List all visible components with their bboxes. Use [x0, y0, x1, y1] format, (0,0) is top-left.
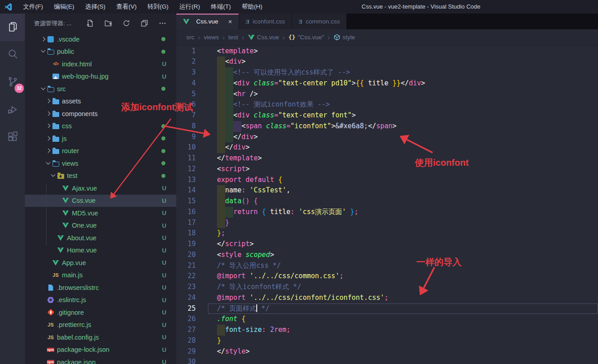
code-line-13[interactable]: 13export default { [176, 175, 598, 186]
tree-item-main.js[interactable]: JSmain.jsU [25, 269, 176, 282]
line-number[interactable]: 19 [176, 239, 208, 250]
activity-search[interactable] [0, 41, 25, 69]
line-number[interactable]: 1 [176, 46, 208, 57]
code-line-20[interactable]: 20<style scoped> [176, 250, 598, 261]
line-number[interactable]: 25 [176, 303, 208, 314]
tree-item-src[interactable]: src [25, 83, 176, 95]
refresh-button[interactable] [122, 19, 130, 27]
line-number[interactable]: 11 [176, 153, 208, 164]
tree-item-js[interactable]: js [25, 132, 176, 145]
line-number[interactable]: 12 [176, 164, 208, 175]
line-number[interactable]: 15 [176, 196, 208, 207]
breadcrumb-item-Css.vue[interactable]: {}"Css.vue" [288, 34, 324, 41]
line-number[interactable]: 4 [176, 78, 208, 89]
tree-item-package.json[interactable]: npmpackage.jsonU [25, 356, 176, 364]
code-line-21[interactable]: 21/* 导入公用css */ [176, 261, 598, 271]
code-line-16[interactable]: 16 return { title: 'css演示页面' }; [176, 207, 598, 218]
tree-item-Ajax.vue[interactable]: Ajax.vueU [25, 182, 176, 195]
tree-item-css[interactable]: css [25, 120, 176, 133]
tree-item-public[interactable]: public [25, 46, 176, 58]
line-number[interactable]: 20 [176, 250, 208, 261]
tree-item-.browserslistrc[interactable]: .browserslistrcU [25, 281, 176, 294]
menu-item-2[interactable]: 选择(S) [80, 0, 111, 14]
code-line-19[interactable]: 19</script> [176, 239, 598, 250]
menu-item-5[interactable]: 运行(R) [174, 0, 206, 14]
tree-item-App.vue[interactable]: App.vueU [25, 257, 176, 269]
activity-run-debug[interactable] [0, 96, 25, 124]
code-line-5[interactable]: 5 <hr /> [176, 89, 598, 100]
tree-item-test[interactable]: test [25, 170, 176, 182]
line-number[interactable]: 13 [176, 175, 208, 186]
menu-item-6[interactable]: 终端(T) [206, 0, 236, 14]
new-file-button[interactable] [86, 19, 94, 27]
menu-item-1[interactable]: 编辑(E) [48, 0, 80, 14]
tree-item-babel.config.js[interactable]: JSbabel.config.jsU [25, 331, 176, 344]
more-actions-button[interactable] [159, 19, 166, 27]
line-number[interactable]: 30 [176, 357, 208, 364]
tree-item-components[interactable]: components [25, 107, 176, 120]
line-number[interactable]: 18 [176, 228, 208, 239]
tree-item-MD5.vue[interactable]: MD5.vueU [25, 207, 176, 219]
tab-Css.vue[interactable]: Css.vue× [176, 14, 239, 29]
collapse-folders-button[interactable] [141, 19, 148, 27]
code-line-9[interactable]: 9 </div> [176, 132, 598, 143]
code-line-27[interactable]: 27 font-size: 2rem; [176, 325, 598, 336]
line-number[interactable]: 22 [176, 271, 208, 282]
line-number[interactable]: 9 [176, 132, 208, 143]
breadcrumb-item-src[interactable]: src [186, 34, 194, 41]
line-number[interactable]: 5 [176, 89, 208, 100]
code-line-8[interactable]: 8 <span class="iconfont">&#xe6a8;</span> [176, 121, 598, 132]
code-line-22[interactable]: 22@import '../../css/common.css'; [176, 271, 598, 282]
code-line-6[interactable]: 6 <!-- 测试iconfont效果 --> [176, 99, 598, 110]
tree-item-index.html[interactable]: </>index.htmlU [25, 58, 176, 70]
line-number[interactable]: 14 [176, 185, 208, 196]
tab-close-icon[interactable]: × [228, 18, 232, 25]
code-line-17[interactable]: 17 } [176, 218, 598, 229]
code-line-25[interactable]: 25/* 页面样式 */ [176, 303, 598, 314]
line-number[interactable]: 26 [176, 314, 208, 325]
tree-item-web-logo-hu.jpg[interactable]: web-logo-hu.jpgU [25, 70, 176, 83]
line-number[interactable]: 7 [176, 110, 208, 121]
code-line-12[interactable]: 12<script> [176, 164, 598, 175]
activity-explorer[interactable] [0, 14, 25, 41]
menu-item-0[interactable]: 文件(F) [18, 0, 48, 14]
tree-item-views[interactable]: views [25, 157, 176, 170]
code-line-7[interactable]: 7 <div class="text-center font"> [176, 110, 598, 121]
line-number[interactable]: 24 [176, 293, 208, 303]
tree-item-router[interactable]: router [25, 145, 176, 158]
breadcrumb-item-views[interactable]: views [204, 34, 219, 41]
code-line-28[interactable]: 28} [176, 336, 598, 346]
tab-iconfont.css[interactable]: Eiconfont.css [239, 14, 292, 29]
code-line-18[interactable]: 18}; [176, 228, 598, 239]
code-line-23[interactable]: 23/* 导入iconfont样式 */ [176, 282, 598, 293]
line-number[interactable]: 21 [176, 261, 208, 271]
new-folder-button[interactable] [104, 19, 112, 27]
activity-source-control[interactable]: 32 [0, 69, 25, 96]
line-number[interactable]: 28 [176, 336, 208, 346]
activity-extensions[interactable] [0, 124, 25, 151]
line-number[interactable]: 23 [176, 282, 208, 293]
tree-item-.prettierrc.js[interactable]: JS.prettierrc.jsU [25, 319, 176, 331]
code-line-15[interactable]: 15 data() { [176, 196, 598, 207]
menu-item-3[interactable]: 查看(V) [111, 0, 142, 14]
tree-item-Css.vue[interactable]: Css.vueU [25, 195, 176, 207]
tree-item-.gitignore[interactable]: .gitignoreU [25, 306, 176, 319]
code-line-3[interactable]: 3 <!-- 可以使用导入的css样式了 --> [176, 67, 598, 78]
code-line-11[interactable]: 11</template> [176, 153, 598, 164]
breadcrumb-item-Css.vue[interactable]: Css.vue [248, 34, 279, 41]
tree-item-One.vue[interactable]: One.vueU [25, 219, 176, 232]
breadcrumb-item-test[interactable]: test [228, 34, 238, 41]
line-number[interactable]: 10 [176, 142, 208, 153]
tree-item-.eslintrc.js[interactable]: .eslintrc.jsU [25, 294, 176, 307]
breadcrumb-item-style[interactable]: style [334, 34, 355, 41]
code-line-24[interactable]: 24@import '../../css/iconfont/iconfont.c… [176, 293, 598, 303]
line-number[interactable]: 17 [176, 218, 208, 229]
code-line-29[interactable]: 29</style> [176, 346, 598, 357]
line-number[interactable]: 3 [176, 67, 208, 78]
code-line-2[interactable]: 2 <div> [176, 56, 598, 67]
line-number[interactable]: 29 [176, 346, 208, 357]
line-number[interactable]: 27 [176, 325, 208, 336]
code-line-14[interactable]: 14 name: 'CssTest', [176, 185, 598, 196]
tree-item-.vscode[interactable]: .vscode [25, 33, 176, 46]
menu-item-4[interactable]: 转到(G) [142, 0, 174, 14]
